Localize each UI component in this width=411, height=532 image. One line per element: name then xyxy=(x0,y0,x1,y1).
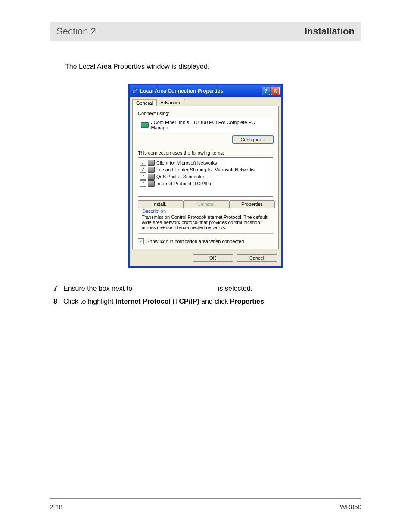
intro-text: The Local Area Properties window is disp… xyxy=(65,63,361,71)
step-number: 8 xyxy=(50,298,57,305)
page-header: Section 2 Installation xyxy=(50,22,361,41)
step-text: Ensure the box next to is selected. xyxy=(63,285,252,292)
svg-rect-0 xyxy=(133,91,135,93)
list-item[interactable]: ✓ File and Printer Sharing for Microsoft… xyxy=(140,166,271,173)
service-icon xyxy=(148,174,155,180)
titlebar[interactable]: Local Area Connection Properties ? X xyxy=(130,85,281,97)
configure-button[interactable]: Configure... xyxy=(233,136,273,143)
step-8: 8 Click to highlight Internet Protocol (… xyxy=(50,298,361,305)
network-icon xyxy=(132,88,138,94)
connect-using-label: Connect using: xyxy=(138,111,273,116)
list-item[interactable]: ✓ Client for Microsoft Networks xyxy=(140,159,271,166)
tab-advanced[interactable]: Advanced xyxy=(156,99,185,106)
adapter-field[interactable]: 3Com EtherLink XL 10/100 PCI For Complet… xyxy=(138,118,273,132)
properties-dialog: Local Area Connection Properties ? X Gen… xyxy=(128,84,283,268)
tab-general[interactable]: General xyxy=(132,99,157,106)
checkbox-icon[interactable]: ✓ xyxy=(140,174,146,180)
uninstall-button: Uninstall xyxy=(184,200,229,208)
page-number: 2-18 xyxy=(50,503,62,510)
cancel-button[interactable]: Cancel xyxy=(237,254,277,262)
install-button[interactable]: Install... xyxy=(138,200,184,208)
close-button[interactable]: X xyxy=(271,87,280,95)
tab-body: Connect using: 3Com EtherLink XL 10/100 … xyxy=(132,106,279,249)
item-label: File and Printer Sharing for Microsoft N… xyxy=(156,167,255,172)
description-text: Transmission Control Protocol/Internet P… xyxy=(142,215,268,230)
description-box: Description Transmission Control Protoco… xyxy=(138,212,273,234)
ok-button[interactable]: OK xyxy=(193,254,233,262)
dialog-title: Local Area Connection Properties xyxy=(140,88,223,94)
help-button[interactable]: ? xyxy=(262,87,270,95)
step-7: 7 Ensure the box next to is selected. xyxy=(50,285,361,292)
step-number: 7 xyxy=(50,285,57,292)
show-icon-row[interactable]: ✓ Show icon in notification area when co… xyxy=(138,238,273,244)
service-icon xyxy=(148,167,155,173)
item-label: QoS Packet Scheduler xyxy=(156,174,204,179)
protocol-icon xyxy=(148,180,155,187)
adapter-name: 3Com EtherLink XL 10/100 PCI For Complet… xyxy=(151,120,270,130)
adapter-icon xyxy=(141,122,149,128)
step-list: 7 Ensure the box next to is selected. 8 … xyxy=(50,285,361,305)
properties-button[interactable]: Properties xyxy=(229,200,275,208)
item-label: Client for Microsoft Networks xyxy=(156,160,217,165)
step-text: Click to highlight Internet Protocol (TC… xyxy=(63,298,266,305)
checkbox-icon[interactable]: ✓ xyxy=(140,180,146,187)
show-icon-label: Show icon in notification area when conn… xyxy=(146,239,244,244)
client-icon xyxy=(148,160,155,166)
items-list[interactable]: ✓ Client for Microsoft Networks ✓ File a… xyxy=(138,157,273,197)
model-label: WR850 xyxy=(340,503,361,510)
item-label: Internet Protocol (TCP/IP) xyxy=(156,181,211,186)
svg-rect-1 xyxy=(136,89,138,90)
items-label: This connection uses the following items… xyxy=(138,150,273,156)
checkbox-icon[interactable]: ✓ xyxy=(140,160,146,166)
list-item[interactable]: ✓ QoS Packet Scheduler xyxy=(140,173,271,180)
description-legend: Description xyxy=(141,208,167,214)
section-label: Section 2 xyxy=(56,26,96,37)
page-footer: 2-18 WR850 xyxy=(50,498,361,510)
page-title: Installation xyxy=(305,26,355,37)
list-item[interactable]: ✓ Internet Protocol (TCP/IP) xyxy=(140,180,271,187)
checkbox-icon[interactable]: ✓ xyxy=(138,238,144,244)
tab-strip: General Advanced xyxy=(130,97,281,106)
checkbox-icon[interactable]: ✓ xyxy=(140,167,146,173)
